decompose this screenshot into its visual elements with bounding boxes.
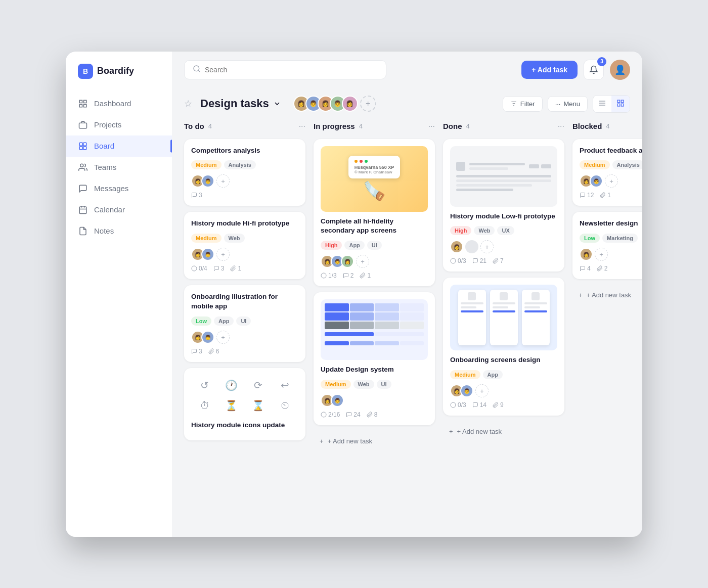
sidebar-item-calendar[interactable]: Calendar: [66, 199, 172, 220]
add-new-task-blocked[interactable]: + + Add new task: [572, 285, 642, 305]
tag-low: Low: [191, 316, 211, 326]
add-task-button[interactable]: + Add task: [521, 61, 578, 79]
card-title: Product feedback analysis: [580, 146, 642, 156]
add-avatar-button[interactable]: +: [356, 255, 369, 268]
card-avatar: 👩: [450, 240, 463, 253]
add-avatar-button[interactable]: +: [480, 240, 494, 253]
svg-rect-7: [79, 146, 82, 149]
card-meta: 0/3 14 9: [450, 401, 557, 409]
sidebar: B Boardify Dashboard Projects: [66, 52, 172, 537]
card-tags: Low App UI: [191, 316, 298, 326]
sidebar-item-board[interactable]: Board: [66, 135, 172, 157]
card-comments: 2: [343, 272, 354, 279]
topbar: + Add task 3 👤: [172, 52, 642, 88]
card-onboarding-illustration: Onboarding illustration for mobile app L…: [184, 285, 305, 362]
notification-badge: 3: [597, 57, 606, 66]
card-newsletter-design: Newsletter design Low Marketing 👩 + 4: [572, 212, 642, 279]
sidebar-item-label: Board: [94, 142, 114, 150]
card-tags: Medium App: [450, 370, 557, 379]
add-avatar-button[interactable]: +: [216, 174, 230, 188]
filter-button[interactable]: Filter: [503, 96, 543, 112]
sidebar-item-teams[interactable]: Teams: [66, 157, 172, 178]
card-comments: 4: [580, 265, 591, 272]
notification-button[interactable]: 3: [584, 60, 604, 80]
svg-point-30: [451, 402, 456, 408]
sidebar-item-label: Calendar: [94, 205, 125, 214]
card-avatar: 👨: [201, 248, 214, 261]
tag-marketing: Marketing: [602, 234, 638, 243]
menu-button[interactable]: ··· Menu: [548, 96, 588, 112]
add-new-task-done[interactable]: + + Add new task: [443, 422, 564, 441]
card-comments: 3: [191, 192, 202, 199]
card-title: Onboarding illustration for mobile app: [191, 292, 298, 311]
message-icon: [78, 184, 88, 194]
view-toggle: [593, 95, 630, 113]
search-box: [184, 60, 386, 79]
column-todo: To do 4 ··· Competitors analysis Medium …: [184, 120, 305, 525]
column-more-button[interactable]: ···: [428, 122, 435, 131]
card-tags: Medium Web UI: [321, 380, 428, 389]
search-icon: [193, 65, 201, 75]
tag-medium: Medium: [450, 370, 480, 379]
card-tags: High Web UX: [450, 226, 557, 235]
card-meta: 3: [191, 192, 298, 199]
user-avatar[interactable]: 👤: [610, 60, 630, 80]
add-avatar-button[interactable]: +: [216, 248, 230, 261]
briefcase-icon: [78, 120, 88, 130]
card-meta: 0/4 3 1: [191, 265, 298, 272]
topbar-right: + Add task 3 👤: [521, 60, 630, 80]
star-button[interactable]: ☆: [184, 98, 192, 109]
list-view-button[interactable]: [593, 96, 611, 112]
tag-high: High: [450, 226, 471, 235]
tag-web: Web: [353, 380, 374, 389]
column-count: 4: [466, 122, 470, 130]
card-meta: 3 6: [191, 348, 298, 355]
member-avatars: 👩 👨 👩 👨 👩 +: [293, 96, 376, 112]
tag-analysis: Analysis: [224, 160, 256, 169]
tag-medium: Medium: [321, 380, 351, 389]
member-avatar: 👩: [342, 96, 358, 112]
tag-app: App: [483, 370, 503, 379]
tag-medium: Medium: [191, 234, 222, 243]
tag-ui: UI: [367, 241, 382, 250]
timer-icon-4: ⏲: [278, 398, 292, 413]
board-actions: Filter ··· Menu: [503, 95, 630, 113]
svg-rect-5: [79, 143, 82, 146]
card-attachments: 8: [367, 411, 378, 418]
column-more-button[interactable]: ···: [558, 122, 564, 131]
card-attachments: 9: [493, 401, 504, 409]
add-avatar-button[interactable]: +: [475, 384, 489, 397]
column-more-button[interactable]: ···: [299, 122, 305, 131]
add-avatar-button[interactable]: +: [216, 331, 230, 344]
card-meta: 2/16 24 8: [321, 411, 428, 418]
board-view-button[interactable]: [611, 96, 630, 112]
svg-rect-4: [79, 123, 87, 128]
card-avatars: 👩 👨 👩 +: [321, 255, 428, 268]
column-count: 4: [359, 122, 363, 130]
sidebar-item-messages[interactable]: Messages: [66, 178, 172, 199]
svg-point-27: [321, 273, 326, 278]
grid-icon: [78, 141, 88, 151]
card-attachments: 7: [493, 257, 504, 264]
tag-ui: UI: [377, 380, 391, 389]
card-tags: Medium Analysis: [191, 160, 298, 169]
add-avatar-button[interactable]: +: [595, 248, 608, 261]
add-new-task-inprogress[interactable]: + + Add new task: [314, 431, 435, 451]
back-icon: ↩: [278, 378, 292, 392]
card-avatars: 👩 👨 +: [580, 174, 642, 188]
svg-rect-3: [84, 104, 86, 107]
board-title[interactable]: Design tasks: [200, 97, 281, 110]
add-avatar-button[interactable]: +: [605, 174, 618, 188]
card-avatar: 👩: [580, 248, 593, 261]
sidebar-item-notes[interactable]: Notes: [66, 220, 172, 242]
sidebar-item-dashboard[interactable]: Dashboard: [66, 93, 172, 114]
svg-point-14: [194, 66, 199, 71]
tag-analysis: Analysis: [612, 160, 642, 169]
sidebar-item-projects[interactable]: Projects: [66, 114, 172, 135]
card-icons-update: ↺ 🕐 ⟳ ↩ ⏱ ⏳ ⌛ ⏲ History module icons upd…: [184, 368, 305, 440]
card-avatars: 👩 👨 +: [191, 331, 298, 344]
timer-icon-2: ⏳: [225, 398, 239, 413]
search-input[interactable]: [205, 66, 378, 74]
add-member-button[interactable]: +: [360, 96, 376, 112]
column-inprogress: In progress 4 ···: [314, 120, 435, 525]
